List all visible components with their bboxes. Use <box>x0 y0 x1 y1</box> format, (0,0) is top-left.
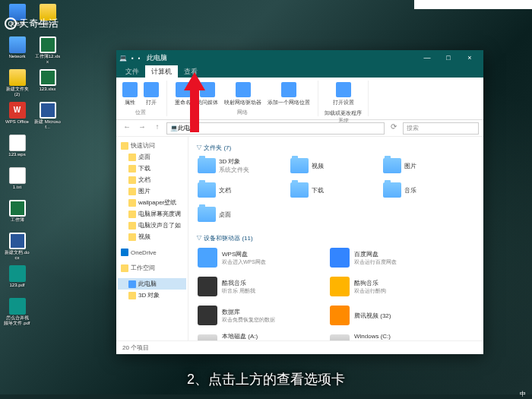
desktop-icon[interactable]: 怎么合并视频等文件.pdf <box>4 298 30 328</box>
folder-item[interactable]: 3D 对象系统文件夹 <box>196 154 287 177</box>
folder-item[interactable]: 图片 <box>382 154 473 177</box>
folder-item[interactable]: 下载 <box>289 179 380 201</box>
drive-sub: 听音乐 用酷我 <box>222 287 324 295</box>
close-button[interactable]: × <box>459 50 480 65</box>
sidebar-item[interactable]: 下载 <box>118 163 186 174</box>
desktop-icon[interactable]: 工作簿 <box>4 200 30 230</box>
sidebar-item[interactable]: 电脑屏幕亮度调 <box>118 208 186 220</box>
desktop-icon[interactable]: 新建 Microsof... <box>34 102 61 132</box>
ribbon-button[interactable]: 映射网络驱动器 <box>223 81 263 108</box>
drive-icon <box>198 248 217 268</box>
language-indicator[interactable]: 中 <box>520 390 526 398</box>
window-title: 此电脑 <box>147 53 167 63</box>
watermark: Q 天奇生活 <box>5 17 59 30</box>
folder-item[interactable]: 文档 <box>196 179 287 201</box>
maximize-button[interactable]: □ <box>438 50 459 65</box>
folder-item[interactable]: 音乐 <box>382 179 473 201</box>
folder-item[interactable]: 视频 <box>289 154 380 177</box>
drive-item[interactable]: 数据库双击免费恢复您的数据 <box>196 302 325 328</box>
drive-name: 腾讯视频 (32) <box>354 312 456 320</box>
desktop-icon[interactable]: 工作簿12.xlsx <box>34 36 61 67</box>
ribbon-group: 属性打开位置 <box>121 81 167 116</box>
drive-item[interactable]: 酷我音乐听音乐 用酷我 <box>196 274 325 299</box>
folder-icon <box>128 222 136 230</box>
item-count: 20 个项目 <box>122 344 149 352</box>
icon-label: 新建文件夹 (2) <box>4 87 30 97</box>
ribbon-button[interactable]: 打开 <box>142 81 160 108</box>
drive-icon <box>330 248 350 268</box>
section-header[interactable]: ▽ 设备和驱动器 (11) <box>196 232 476 245</box>
desktop-icon[interactable]: 123.wps <box>4 135 30 165</box>
tab-文件[interactable]: 文件 <box>119 65 145 78</box>
ribbon-button[interactable]: 属性 <box>121 81 139 108</box>
icon-label: 怎么合并视频等文件.pdf <box>4 315 30 326</box>
sidebar-group-header[interactable]: 工作空间 <box>118 262 186 274</box>
sidebar-item[interactable]: 3D 对象 <box>118 290 186 301</box>
drive-item[interactable]: 腾讯视频 (32) <box>328 302 458 328</box>
titlebar[interactable]: 💻 ▪ ▪ 此电脑 — □ × <box>116 50 483 65</box>
sidebar-item[interactable]: 图片 <box>118 185 186 197</box>
qat-icon[interactable]: ▪ <box>138 55 141 62</box>
tab-计算机[interactable]: 计算机 <box>145 65 178 78</box>
desktop-icon[interactable]: 1.txt <box>4 167 30 198</box>
drive-icon <box>198 277 217 296</box>
app-icon <box>40 36 56 53</box>
ribbon-button[interactable]: 访问媒体 <box>195 81 220 108</box>
forward-button[interactable]: → <box>136 122 148 135</box>
ribbon-icon <box>281 82 296 97</box>
drive-item[interactable]: 酷狗音乐双击运行酷狗 <box>328 274 458 299</box>
taskbar[interactable] <box>0 394 532 399</box>
desktop-icon[interactable]: 新建文档.docx <box>4 233 30 263</box>
desktop-icon[interactable]: WWPS Office <box>4 102 30 132</box>
drive-item[interactable]: WPS网盘双击进入WPS网盘 <box>196 245 325 271</box>
drive-icon <box>330 277 350 296</box>
back-button[interactable]: ← <box>121 122 133 135</box>
up-button[interactable]: ↑ <box>151 122 163 135</box>
icon-label: 1.txt <box>4 185 30 190</box>
desktop-icon[interactable]: 123.xlsx <box>34 69 61 100</box>
pc-icon <box>128 280 136 288</box>
sidebar-item[interactable]: 文档 <box>118 174 186 185</box>
drive-name: 酷狗音乐 <box>354 279 456 287</box>
drive-item[interactable]: 本地磁盘 (A:)43.2 GB 可用，共 73.0 GB <box>196 331 325 340</box>
address-bar[interactable]: 💻 此电脑 <box>166 122 385 135</box>
desktop-icon[interactable]: Network <box>4 36 30 67</box>
sidebar-item[interactable]: 桌面 <box>118 151 186 163</box>
folder-icon <box>290 182 309 198</box>
address-path: 此电脑 <box>178 124 196 132</box>
folder-sub: 系统文件夹 <box>219 166 249 174</box>
drive-sub: 双击运行百度网盘 <box>354 258 456 266</box>
ribbon-button[interactable]: 重命名 <box>173 81 192 108</box>
drive-name: 百度网盘 <box>354 250 456 258</box>
folder-icon <box>383 158 401 173</box>
desktop-icon[interactable]: 123.pdf <box>4 265 30 296</box>
ribbon-extra[interactable]: 卸载或更改程序 <box>325 109 362 117</box>
drive-item[interactable]: Windows (C:)73.6 GB 可用，共 237 GB <box>328 331 458 340</box>
folder-item[interactable]: 桌面 <box>196 203 287 226</box>
app-icon <box>40 102 56 119</box>
ribbon-label: 重命名 <box>175 99 191 106</box>
app-icon <box>9 69 26 86</box>
section-header[interactable]: ▽ 文件夹 (7) <box>196 141 476 154</box>
sidebar-item[interactable]: 电脑没声音了如 <box>118 220 186 231</box>
sidebar-item[interactable]: wallpaper壁纸 <box>118 197 186 208</box>
refresh-button[interactable]: ⟳ <box>388 122 400 135</box>
desktop-icon[interactable]: 新建文件夹 (2) <box>4 69 30 100</box>
sidebar-group-header[interactable]: 快速访问 <box>118 140 186 151</box>
app-icon <box>9 298 26 315</box>
ribbon-button[interactable]: 打开设置 <box>331 81 356 108</box>
ribbon-button[interactable]: 添加一个网络位置 <box>266 81 312 108</box>
tab-查看[interactable]: 查看 <box>178 65 204 78</box>
qat-icon[interactable]: ▪ <box>131 55 134 62</box>
folder-icon <box>128 154 136 161</box>
watermark-text: 天奇生活 <box>19 17 59 30</box>
drive-item[interactable]: 百度网盘双击运行百度网盘 <box>328 245 458 271</box>
sidebar-item-pc[interactable]: 此电脑 <box>118 278 186 290</box>
search-input[interactable]: 搜索 <box>403 122 479 135</box>
minimize-button[interactable]: — <box>416 50 438 65</box>
ribbon-tabs: 文件计算机查看 <box>116 65 483 78</box>
drive-icon <box>330 306 350 325</box>
sidebar-group-header[interactable]: OneDrive <box>118 247 186 258</box>
app-icon <box>9 233 26 249</box>
sidebar-item[interactable]: 视频 <box>118 231 186 242</box>
